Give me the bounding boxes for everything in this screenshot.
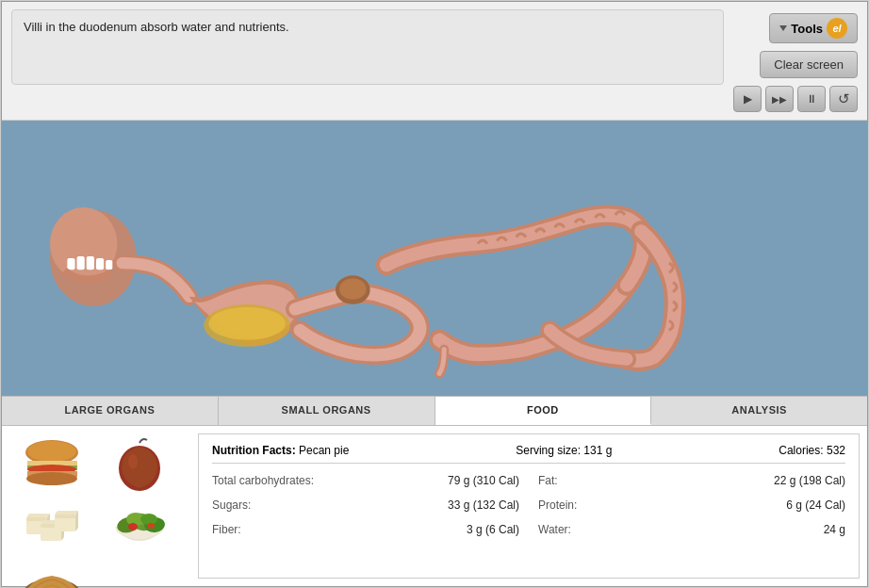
sugars-label: Sugars: — [212, 498, 251, 512]
svg-point-39 — [147, 523, 155, 529]
pause-button[interactable]: ⏸ — [797, 86, 826, 112]
svg-point-20 — [128, 454, 138, 469]
carbs-value: 79 g (310 Cal) — [448, 474, 519, 487]
controls-area: Tools el Clear screen ▶ ▶▶ ⏸ ↺ — [733, 9, 858, 112]
tab-food[interactable]: FOOD — [435, 397, 652, 425]
tools-dropdown-icon — [779, 25, 787, 31]
calories-value: 532 — [827, 444, 845, 457]
svg-point-37 — [140, 514, 157, 525]
sugars-value: 33 g (132 Cal) — [448, 498, 519, 512]
svg-rect-3 — [77, 256, 85, 270]
tools-logo: el — [827, 18, 847, 39]
food-name: Pecan pie — [299, 444, 349, 457]
pause-icon: ⏸ — [806, 92, 817, 106]
food-item-tofu[interactable] — [20, 498, 86, 554]
fat-label: Fat: — [538, 474, 558, 487]
svg-marker-23 — [26, 514, 50, 517]
nutrition-facts-label: Nutrition Facts: Pecan pie — [212, 444, 349, 457]
play-icon: ▶ — [744, 92, 752, 106]
calories-info: Calories: 532 — [779, 444, 845, 457]
nutrition-row-fat: Fat: 22 g (198 Cal) — [538, 471, 845, 490]
top-bar: Villi in the duodenum absorb water and n… — [2, 2, 867, 121]
food-images-panel — [2, 426, 190, 586]
nutrition-title: Nutrition Facts: — [212, 444, 299, 457]
bottom-content: Nutrition Facts: Pecan pie Serving size:… — [2, 426, 867, 586]
nutrition-row-carbs: Total carbohydrates: 79 g (310 Cal) — [212, 471, 519, 490]
food-item-burger[interactable] — [20, 435, 86, 492]
svg-point-38 — [128, 523, 138, 531]
svg-rect-30 — [55, 514, 75, 518]
replay-icon: ↺ — [838, 90, 850, 107]
playback-controls: ▶ ▶▶ ⏸ ↺ — [733, 86, 858, 112]
fat-value: 22 g (198 Cal) — [774, 474, 845, 487]
svg-rect-4 — [87, 256, 94, 270]
info-text-display: Villi in the duodenum absorb water and n… — [11, 9, 724, 85]
nutrition-row-water: Water: 24 g — [538, 520, 845, 539]
food-item-apple[interactable] — [107, 435, 173, 492]
nutrition-header: Nutrition Facts: Pecan pie Serving size:… — [212, 444, 845, 464]
water-label: Water: — [538, 523, 571, 536]
protein-label: Protein: — [538, 498, 577, 512]
tab-analysis[interactable]: ANALYSIS — [651, 397, 867, 425]
serving-value: 131 g — [583, 444, 612, 457]
fiber-label: Fiber: — [212, 523, 241, 536]
svg-rect-6 — [106, 260, 112, 270]
nutrition-row-sugars: Sugars: 33 g (132 Cal) — [212, 496, 519, 514]
serving-label: Serving size: — [516, 444, 581, 457]
nutrition-panel: Nutrition Facts: Pecan pie Serving size:… — [198, 433, 860, 579]
svg-point-17 — [26, 472, 77, 485]
calories-label: Calories: — [779, 444, 823, 457]
clear-screen-button[interactable]: Clear screen — [760, 51, 858, 78]
fiber-value: 3 g (6 Cal) — [467, 523, 519, 536]
digestive-diagram — [2, 121, 867, 396]
nutrition-row-protein: Protein: 6 g (24 Cal) — [538, 496, 845, 514]
tools-label: Tools — [791, 22, 823, 36]
svg-point-10 — [339, 278, 367, 299]
play-button[interactable]: ▶ — [733, 86, 762, 112]
diagram-area — [2, 121, 867, 396]
nutrition-row-fiber: Fiber: 3 g (6 Cal) — [212, 520, 519, 539]
svg-marker-31 — [55, 511, 78, 514]
svg-point-8 — [208, 307, 286, 340]
food-item-salad[interactable] — [107, 498, 173, 554]
protein-value: 6 g (24 Cal) — [786, 498, 845, 512]
carbs-label: Total carbohydrates: — [212, 474, 314, 487]
tab-large-organs[interactable]: LARGE ORGANS — [2, 397, 219, 425]
food-item-bread[interactable] — [20, 560, 86, 588]
nutrition-grid: Total carbohydrates: 79 g (310 Cal) Fat:… — [212, 471, 845, 539]
tabs-bar: LARGE ORGANS SMALL ORGANS FOOD ANALYSIS — [2, 396, 867, 426]
tab-small-organs[interactable]: SMALL ORGANS — [219, 397, 435, 425]
tools-button[interactable]: Tools el — [769, 13, 858, 43]
fast-forward-button[interactable]: ▶▶ — [765, 86, 794, 112]
serving-info: Serving size: 131 g — [516, 444, 612, 457]
svg-point-12 — [27, 441, 76, 462]
svg-rect-5 — [96, 258, 104, 270]
replay-button[interactable]: ↺ — [829, 86, 858, 112]
svg-rect-2 — [67, 258, 74, 270]
water-value: 24 g — [824, 523, 845, 536]
fast-forward-icon: ▶▶ — [772, 94, 787, 105]
info-text: Villi in the duodenum absorb water and n… — [24, 20, 289, 34]
